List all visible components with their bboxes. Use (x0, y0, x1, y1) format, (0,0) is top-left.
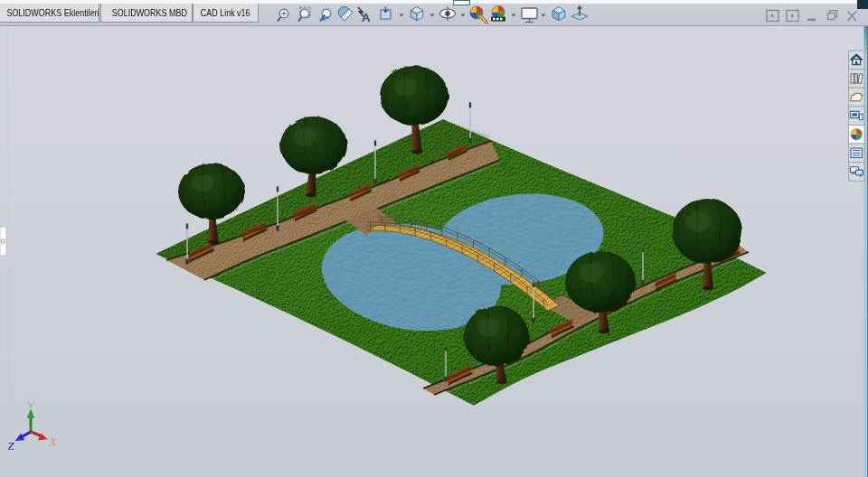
svg-text:X: X (49, 435, 58, 448)
